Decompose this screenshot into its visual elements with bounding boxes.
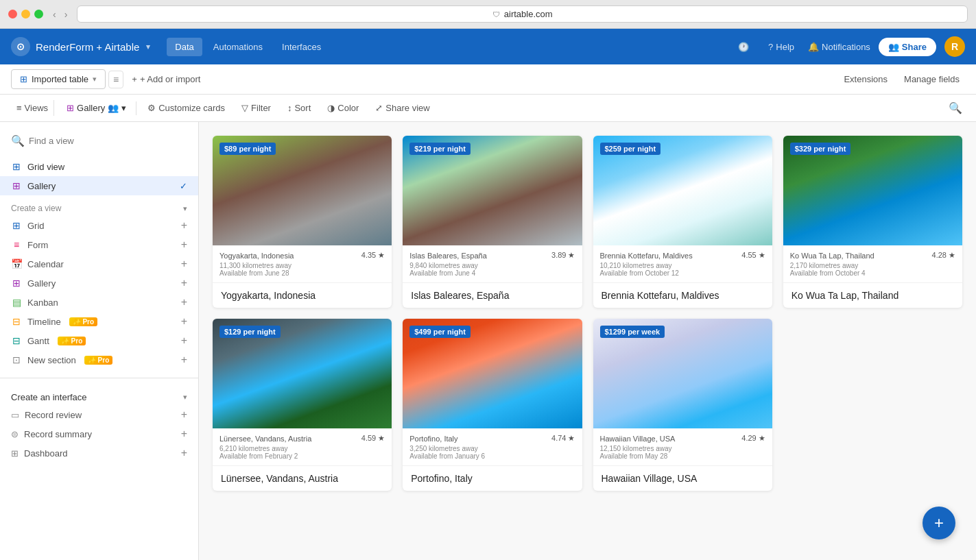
nav-interfaces-button[interactable]: Interfaces bbox=[274, 38, 329, 56]
create-new-section-button[interactable]: ⊡ New section ✨ Pro + bbox=[0, 350, 198, 369]
table-tab[interactable]: ⊞ Imported table ▾ bbox=[11, 69, 106, 89]
filter-button[interactable]: ▽ Filter bbox=[236, 100, 276, 116]
add-grid-icon: + bbox=[181, 219, 187, 232]
card-location: Brennia Kottefaru, Maldives bbox=[600, 252, 693, 260]
card-rating: 3.89 ★ bbox=[551, 251, 575, 260]
gallery-card[interactable]: $219 per night Islas Baleares, España 3.… bbox=[403, 136, 582, 308]
card-details: Portofino, Italy 4.74 ★ 3,250 kilometres… bbox=[403, 428, 582, 466]
create-kanban-button[interactable]: ▤ Kanban + bbox=[0, 293, 198, 312]
gallery-label: Gallery bbox=[77, 103, 105, 113]
card-title: Hawaiian Village, USA bbox=[593, 466, 772, 491]
sidebar: 🔍 ⊞ Grid view ⊞ Gallery ✓ Create a view … bbox=[0, 122, 199, 560]
card-title-row: Lünersee, Vandans, Austria 4.59 ★ bbox=[219, 434, 385, 443]
sort-button[interactable]: ↕ Sort bbox=[282, 100, 316, 116]
gallery-card[interactable]: $89 per night Yogyakarta, Indonesia 4.35… bbox=[213, 136, 392, 308]
minimize-button[interactable] bbox=[21, 10, 30, 19]
customize-cards-button[interactable]: ⚙ Customize cards bbox=[142, 100, 230, 116]
gallery-view-icon: ⊞ bbox=[11, 180, 22, 191]
record-summary-button[interactable]: ⊜ Record summary + bbox=[0, 424, 198, 443]
section-icon: ⊡ bbox=[11, 354, 22, 365]
dashboard-button[interactable]: ⊞ Dashboard + bbox=[0, 443, 198, 463]
card-title: Yogyakarta, Indonesia bbox=[213, 283, 392, 308]
create-calendar-button[interactable]: 📅 Calendar + bbox=[0, 254, 198, 273]
add-record-review-icon: + bbox=[181, 409, 187, 421]
create-timeline-button[interactable]: ⊟ Timeline ✨ Pro + bbox=[0, 312, 198, 331]
gallery-card[interactable]: $329 per night Ko Wua Ta Lap, Thailand 4… bbox=[783, 136, 962, 308]
card-rating: 4.28 ★ bbox=[932, 251, 955, 260]
extensions-button[interactable]: Extensions bbox=[838, 71, 893, 87]
hamburger-icon: ≡ bbox=[16, 103, 22, 113]
gallery-card[interactable]: $259 per night Brennia Kottefaru, Maldiv… bbox=[593, 136, 772, 308]
share-button[interactable]: 👥 Share bbox=[879, 38, 936, 56]
add-import-button[interactable]: + + Add or import bbox=[126, 71, 206, 87]
card-available: Available from May 28 bbox=[600, 452, 765, 460]
sidebar-item-gallery[interactable]: ⊞ Gallery ✓ bbox=[0, 176, 198, 195]
history-button[interactable]: 🕐 bbox=[733, 39, 754, 55]
app-dropdown-icon[interactable]: ▾ bbox=[146, 42, 150, 51]
gallery-card[interactable]: $499 per night Portofino, Italy 4.74 ★ 3… bbox=[403, 319, 582, 491]
user-avatar[interactable]: R bbox=[944, 36, 965, 57]
price-badge: $219 per night bbox=[409, 143, 471, 155]
card-rating: 4.29 ★ bbox=[741, 434, 765, 443]
url-text: airtable.com bbox=[504, 9, 553, 19]
manage-fields-button[interactable]: Manage fields bbox=[898, 71, 965, 87]
card-image: $329 per night bbox=[783, 136, 962, 245]
create-gantt-button[interactable]: ⊟ Gantt ✨ Pro + bbox=[0, 331, 198, 350]
price-badge: $499 per night bbox=[409, 326, 471, 338]
add-record-fab[interactable]: + bbox=[923, 507, 955, 539]
search-icon: 🔍 bbox=[11, 134, 25, 147]
card-rating: 4.55 ★ bbox=[741, 251, 765, 260]
create-gallery-button[interactable]: ⊞ Gallery + bbox=[0, 273, 198, 293]
card-image: $129 per night bbox=[213, 319, 392, 428]
create-gantt-label: Gantt bbox=[27, 336, 49, 346]
filter-label: Filter bbox=[251, 103, 271, 113]
add-gallery-icon: + bbox=[181, 277, 187, 289]
sidebar-item-grid-view[interactable]: ⊞ Grid view bbox=[0, 157, 198, 176]
notifications-button[interactable]: 🔔 Notifications bbox=[808, 42, 870, 52]
help-button[interactable]: ? Help bbox=[763, 39, 800, 55]
grid-create-icon: ⊞ bbox=[11, 220, 22, 231]
gallery-view-button[interactable]: ⊞ Gallery 👥 ▾ bbox=[62, 100, 130, 116]
card-available: Available from June 28 bbox=[219, 269, 385, 277]
close-button[interactable] bbox=[8, 10, 17, 19]
card-location: Lünersee, Vandans, Austria bbox=[219, 435, 311, 443]
maximize-button[interactable] bbox=[34, 10, 43, 19]
search-input[interactable] bbox=[29, 136, 187, 146]
create-form-button[interactable]: ≡ Form + bbox=[0, 235, 198, 254]
price-badge: $89 per night bbox=[219, 143, 276, 155]
gallery-icon: ⊞ bbox=[67, 103, 74, 113]
address-bar[interactable]: 🛡 airtable.com bbox=[77, 5, 968, 23]
create-interface-section[interactable]: Create an interface ▾ bbox=[0, 387, 198, 405]
color-button[interactable]: ◑ Color bbox=[322, 100, 364, 116]
forward-button[interactable]: › bbox=[62, 8, 71, 21]
record-review-button[interactable]: ▭ Record review + bbox=[0, 405, 198, 424]
share-view-button[interactable]: ⤢ Share view bbox=[370, 100, 435, 116]
price-badge: $129 per night bbox=[219, 326, 281, 338]
gantt-icon: ⊟ bbox=[11, 335, 22, 346]
card-details: Brennia Kottefaru, Maldives 4.55 ★ 10,21… bbox=[593, 245, 772, 283]
nav-data-button[interactable]: Data bbox=[167, 38, 202, 56]
share-people-icon: 👥 bbox=[888, 42, 899, 52]
gallery-card[interactable]: $129 per night Lünersee, Vandans, Austri… bbox=[213, 319, 392, 491]
gallery-grid: $89 per night Yogyakarta, Indonesia 4.35… bbox=[213, 136, 962, 491]
shield-icon: 🛡 bbox=[492, 10, 500, 19]
gallery-create-icon: ⊞ bbox=[11, 278, 22, 289]
card-details: Ko Wua Ta Lap, Thailand 4.28 ★ 2,170 kil… bbox=[783, 245, 962, 283]
help-label: Help bbox=[776, 42, 794, 52]
header-nav: Data Automations Interfaces bbox=[167, 38, 329, 56]
gallery-card[interactable]: $1299 per week Hawaiian Village, USA 4.2… bbox=[593, 319, 772, 491]
share-view-icon: ⤢ bbox=[375, 103, 383, 113]
logo-area: ⊙ RenderForm + Airtable ▾ bbox=[11, 37, 150, 56]
create-calendar-label: Calendar bbox=[27, 259, 64, 269]
views-toggle-button[interactable]: ≡ Views bbox=[11, 100, 54, 116]
view-divider bbox=[136, 101, 136, 115]
create-view-section[interactable]: Create a view ▾ bbox=[0, 195, 198, 216]
card-title-row: Brennia Kottefaru, Maldives 4.55 ★ bbox=[600, 251, 765, 260]
back-button[interactable]: ‹ bbox=[50, 8, 59, 21]
nav-automations-button[interactable]: Automations bbox=[205, 38, 271, 56]
create-grid-button[interactable]: ⊞ Grid + bbox=[0, 216, 198, 235]
search-button[interactable]: 🔍 bbox=[946, 99, 965, 117]
create-view-collapse-icon: ▾ bbox=[183, 204, 187, 213]
gallery-content: $89 per night Yogyakarta, Indonesia 4.35… bbox=[199, 122, 976, 560]
expand-button[interactable]: ≡ bbox=[108, 71, 123, 88]
